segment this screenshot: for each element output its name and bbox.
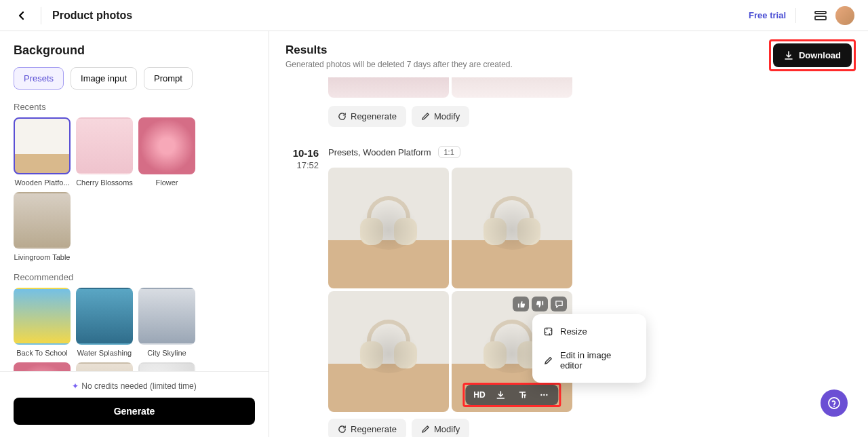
preset-marble-flowers[interactable]: Marble Flowers xyxy=(138,362,195,371)
chevron-left-icon xyxy=(16,10,27,21)
result-batch: 10-16 17:52 Presets, Wooden Platform 1:1 xyxy=(285,146,852,437)
preset-flower[interactable]: Flower xyxy=(138,117,195,187)
download-button[interactable]: Download xyxy=(773,43,852,67)
download-icon xyxy=(496,390,506,400)
sparkle-icon: ✦ xyxy=(72,381,79,391)
layers-button[interactable] xyxy=(812,7,829,24)
text-icon xyxy=(518,390,528,400)
context-menu: Resize Edit in image editor xyxy=(532,314,646,383)
sidebar-heading: Background xyxy=(14,43,255,58)
recents-label: Recents xyxy=(14,102,255,112)
tab-presets[interactable]: Presets xyxy=(14,67,64,90)
avatar[interactable] xyxy=(835,6,854,25)
result-tile[interactable] xyxy=(452,77,572,98)
back-button[interactable] xyxy=(14,7,30,24)
pencil-icon xyxy=(421,112,430,121)
svg-rect-5 xyxy=(545,328,551,335)
tile-action-bar: HD xyxy=(465,385,558,405)
results-subtitle: Generated photos will be deleted 7 days … xyxy=(285,60,513,69)
download-icon xyxy=(784,51,793,60)
svg-rect-1 xyxy=(815,16,826,20)
divider xyxy=(795,8,796,23)
main-content: Results Generated photos will be deleted… xyxy=(269,31,868,437)
context-edit[interactable]: Edit in image editor xyxy=(532,343,646,377)
comment-icon xyxy=(555,300,564,309)
page-title: Product photos xyxy=(52,10,132,22)
preset-water-splashing[interactable]: Water Splashing xyxy=(76,288,133,357)
help-button[interactable] xyxy=(821,390,848,417)
preset-wooden-flowers[interactable]: Wooden Flowers xyxy=(76,362,133,371)
thumbs-down-icon xyxy=(536,300,545,309)
modify-button[interactable]: Modify xyxy=(412,419,469,437)
recommended-label: Recommended xyxy=(14,272,255,282)
batch-title: Presets, Wooden Platform xyxy=(328,147,431,157)
resize-icon xyxy=(543,326,553,337)
help-icon xyxy=(827,396,841,410)
modify-button[interactable]: Modify xyxy=(412,106,469,127)
preset-wooden-platform[interactable]: Wooden Platfo... xyxy=(14,117,71,187)
layers-icon xyxy=(814,10,827,22)
svg-point-4 xyxy=(546,394,547,396)
recommended-grid: Back To School Water Splashing City Skyl… xyxy=(14,288,255,371)
refresh-icon xyxy=(338,112,347,121)
svg-point-2 xyxy=(540,394,542,396)
tab-prompt[interactable]: Prompt xyxy=(144,67,193,90)
result-tile[interactable] xyxy=(452,168,572,288)
preset-back-to-school[interactable]: Back To School xyxy=(14,288,71,357)
thumbs-down-button[interactable] xyxy=(532,297,548,311)
generate-button[interactable]: Generate xyxy=(14,398,255,425)
hd-button[interactable]: HD xyxy=(473,390,485,400)
pencil-icon xyxy=(543,356,553,366)
recents-grid: Wooden Platfo... Cherry Blossoms Flower … xyxy=(14,117,255,261)
credits-text: ✦No credits needed (limited time) xyxy=(14,381,255,391)
pencil-icon xyxy=(421,425,430,434)
tile-download-button[interactable] xyxy=(495,389,507,401)
svg-point-7 xyxy=(833,406,835,407)
more-icon xyxy=(540,390,549,400)
sidebar-footer: ✦No credits needed (limited time) Genera… xyxy=(0,371,269,437)
preset-flower-rec[interactable]: Flower xyxy=(14,362,71,371)
regenerate-button[interactable]: Regenerate xyxy=(328,106,406,127)
background-tabs: Presets Image input Prompt xyxy=(14,67,255,90)
preset-livingroom-table[interactable]: Livingroom Table xyxy=(14,192,71,261)
svg-point-3 xyxy=(543,394,545,396)
more-button[interactable] xyxy=(538,389,551,401)
batch-date: 10-16 xyxy=(285,147,319,159)
topbar: Product photos Free trial xyxy=(0,0,868,31)
refresh-icon xyxy=(338,425,347,434)
tab-image-input[interactable]: Image input xyxy=(71,67,137,90)
sidebar: Background Presets Image input Prompt Re… xyxy=(0,31,269,437)
result-tile[interactable] xyxy=(328,168,449,288)
thumbs-up-icon xyxy=(517,300,526,309)
result-tile[interactable] xyxy=(328,291,449,412)
preset-city-skyline[interactable]: City Skyline xyxy=(138,288,195,357)
aspect-ratio-chip: 1:1 xyxy=(438,146,460,158)
preset-cherry-blossoms[interactable]: Cherry Blossoms xyxy=(76,117,133,187)
text-button[interactable] xyxy=(517,389,529,401)
free-trial-link[interactable]: Free trial xyxy=(749,10,786,20)
batch-time: 17:52 xyxy=(285,160,319,170)
thumbs-up-button[interactable] xyxy=(513,297,529,311)
divider xyxy=(41,7,41,24)
svg-rect-0 xyxy=(815,12,826,14)
previous-batch-strip xyxy=(328,77,852,98)
context-resize[interactable]: Resize xyxy=(532,320,646,343)
results-title: Results xyxy=(285,43,513,57)
regenerate-button[interactable]: Regenerate xyxy=(328,419,406,437)
result-tile[interactable] xyxy=(328,77,449,98)
comment-button[interactable] xyxy=(551,297,567,311)
